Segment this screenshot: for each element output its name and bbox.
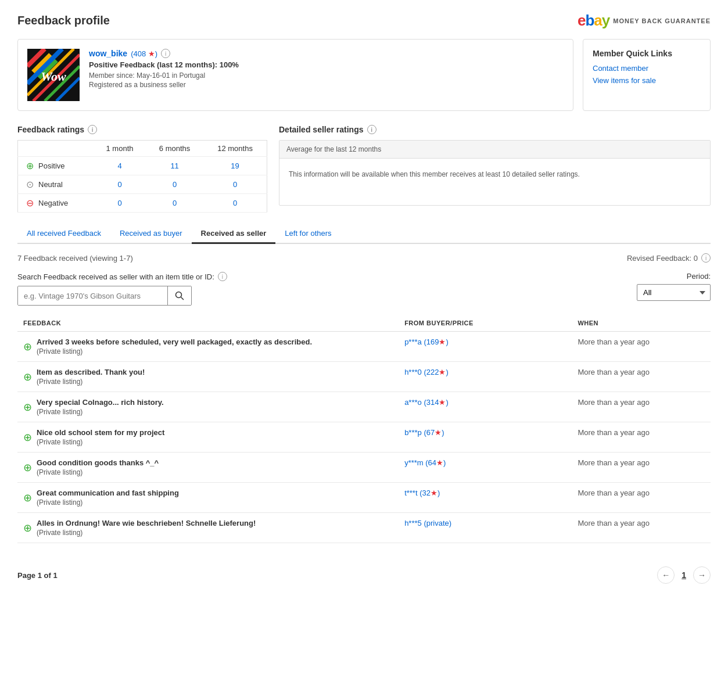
table-row: ⊕ Alles in Ordnung! Ware wie beschrieben… (17, 513, 711, 543)
page-controls: ← 1 → (657, 566, 711, 584)
mbg-text: MONEY BACK GUARANTEE (613, 17, 711, 24)
buyer-name[interactable]: p***a (169★) (404, 338, 449, 346)
col-12months: 12 months (203, 141, 267, 157)
buyer-name[interactable]: h***0 (222★) (404, 368, 449, 376)
period-select[interactable]: All Last month Last 6 months Last 12 mon… (637, 284, 711, 301)
positive-feedback-icon: ⊕ (23, 431, 32, 444)
col-when: WHEN (572, 315, 711, 332)
negative-label: Negative (38, 199, 68, 207)
table-row: ⊕ Great communication and fast shipping … (17, 483, 711, 513)
negative-icon: ⊖ (26, 198, 34, 209)
feedback-row: ⊕ Nice old school stem for my project (P… (23, 428, 164, 446)
buyer-name[interactable]: h***5 (private) (404, 519, 451, 527)
prev-arrow-icon: ← (662, 570, 670, 580)
buyer-name[interactable]: t***t (32★) (404, 489, 440, 497)
feedback-private: (Private listing) (37, 378, 145, 386)
feedback-cell: ⊕ Alles in Ordnung! Ware wie beschrieben… (17, 513, 399, 543)
buyer-cell: y***m (64★) (399, 453, 572, 483)
page-header: Feedback profile ebay MONEY BACK GUARANT… (17, 12, 711, 30)
table-row: ⊕ Good condition goods thanks ^_^ (Priva… (17, 453, 711, 483)
neutral-label: Neutral (38, 180, 63, 189)
ratings-table: 1 month 6 months 12 months ⊕ Positive 4 … (17, 140, 267, 213)
detailed-content: This information will be available when … (279, 159, 710, 205)
username-link[interactable]: wow_bike (89, 49, 127, 58)
positive-label: Positive (38, 161, 65, 170)
feedback-row: ⊕ Arrived 3 weeks before scheduled, very… (23, 338, 312, 356)
detailed-box: Average for the last 12 months This info… (279, 140, 711, 206)
search-button[interactable] (167, 286, 191, 305)
feedback-ratings-box: Feedback ratings i 1 month 6 months 12 m… (17, 125, 267, 213)
buyer-name[interactable]: b***p (67★) (404, 428, 444, 437)
buyer-cell: t***t (32★) (399, 483, 572, 513)
row-negative: ⊖ Negative 0 0 0 (18, 194, 267, 213)
positive-feedback-icon: ⊕ (23, 371, 32, 383)
detailed-ratings-box: Detailed seller ratings i Average for th… (279, 125, 711, 213)
buyer-cell: h***0 (222★) (399, 362, 572, 392)
page-title: Feedback profile (17, 14, 110, 27)
when-cell: More than a year ago (572, 513, 711, 543)
revised-info-icon[interactable]: i (701, 253, 711, 263)
buyer-name[interactable]: a***o (314★) (404, 398, 449, 407)
positive-feedback-icon: ⊕ (23, 401, 32, 414)
tab-received-as-seller[interactable]: Received as seller (192, 224, 276, 244)
negative-12months: 0 (203, 194, 267, 213)
when-text: More than a year ago (578, 489, 650, 497)
when-cell: More than a year ago (572, 453, 711, 483)
quick-links-card: Member Quick Links Contact member View i… (583, 39, 711, 111)
tab-left-for-others[interactable]: Left for others (275, 224, 340, 244)
profile-info: wow_bike (408 ★) i Positive Feedback (la… (89, 49, 564, 101)
feedback-tabs: All received Feedback Received as buyer … (17, 224, 711, 244)
feedback-row: ⊕ Item as described. Thank you! (Private… (23, 368, 145, 386)
search-input-wrap (17, 286, 192, 306)
positive-6months: 11 (146, 157, 203, 175)
search-info-icon[interactable]: i (218, 272, 227, 281)
tab-received-as-buyer[interactable]: Received as buyer (110, 224, 192, 244)
feedback-row: ⊕ Alles in Ordnung! Ware wie beschrieben… (23, 519, 256, 537)
ebay-wordmark: ebay (578, 12, 609, 30)
contact-member-link[interactable]: Contact member (593, 64, 701, 73)
svg-point-10 (176, 292, 182, 298)
quick-links-title: Member Quick Links (593, 49, 701, 58)
feedback-text: Good condition goods thanks ^_^ (37, 458, 159, 467)
next-page-button[interactable]: → (693, 566, 711, 584)
detailed-ratings-heading: Detailed seller ratings i (279, 125, 711, 134)
positive-1month: 4 (94, 157, 146, 175)
revised-feedback: Revised Feedback: 0 i (627, 253, 711, 263)
when-text: More than a year ago (578, 398, 650, 407)
feedback-private: (Private listing) (37, 438, 164, 446)
feedback-meta: 7 Feedback received (viewing 1-7) Revise… (17, 253, 711, 263)
feedback-table: FEEDBACK FROM BUYER/PRICE WHEN ⊕ Arrived… (17, 315, 711, 543)
info-icon[interactable]: i (161, 49, 170, 58)
positive-feedback-icon: ⊕ (23, 491, 32, 504)
table-row: ⊕ Arrived 3 weeks before scheduled, very… (17, 332, 711, 362)
buyer-cell: b***p (67★) (399, 422, 572, 453)
tab-all-received[interactable]: All received Feedback (17, 224, 110, 244)
feedback-row: ⊕ Very special Colnago... rich history. … (23, 398, 164, 416)
positive-icon: ⊕ (26, 160, 34, 171)
view-items-link[interactable]: View items for sale (593, 76, 701, 85)
feedback-count: (408 ★) (131, 49, 157, 58)
business-seller: Registered as a business seller (89, 81, 564, 89)
username-line: wow_bike (408 ★) i (89, 49, 564, 58)
when-cell: More than a year ago (572, 392, 711, 422)
feedback-cell: ⊕ Good condition goods thanks ^_^ (Priva… (17, 453, 399, 483)
buyer-cell: p***a (169★) (399, 332, 572, 362)
feedback-private: (Private listing) (37, 347, 312, 356)
feedback-private: (Private listing) (37, 498, 179, 507)
prev-page-button[interactable]: ← (657, 566, 675, 584)
feedback-cell: ⊕ Nice old school stem for my project (P… (17, 422, 399, 453)
positive-feedback-icon: ⊕ (23, 522, 32, 534)
feedback-private: (Private listing) (37, 468, 159, 476)
detailed-period-header: Average for the last 12 months (279, 141, 710, 159)
feedback-row: ⊕ Great communication and fast shipping … (23, 489, 179, 507)
feedback-ratings-info-icon[interactable]: i (88, 125, 97, 134)
table-row: ⊕ Very special Colnago... rich history. … (17, 392, 711, 422)
table-row: ⊕ Item as described. Thank you! (Private… (17, 362, 711, 392)
search-label: Search Feedback received as seller with … (17, 272, 227, 281)
feedback-text: Arrived 3 weeks before scheduled, very w… (37, 338, 312, 346)
search-icon (175, 291, 184, 300)
search-input[interactable] (18, 286, 167, 305)
detailed-ratings-info-icon[interactable]: i (367, 125, 376, 134)
buyer-name[interactable]: y***m (64★) (404, 458, 446, 467)
next-arrow-icon: → (698, 570, 706, 580)
